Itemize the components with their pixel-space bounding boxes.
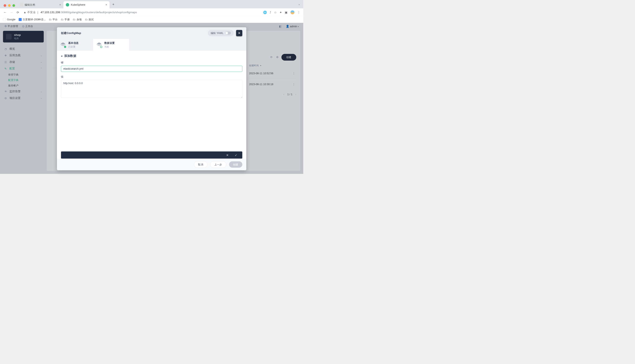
window-minimize-dot[interactable] [8, 4, 11, 7]
key-input[interactable] [61, 66, 242, 72]
bookmark-label: 平台 [53, 18, 58, 22]
chrome-action-icons: 🌐 ⤴ ☆ ✦ ▣ ⋮ [263, 10, 300, 14]
browser-tab[interactable]: 编辑文档 × [17, 1, 63, 8]
bookmark-label: 面试 [89, 18, 94, 22]
back-arrow-icon: ◂ [61, 54, 62, 58]
create-submit-button[interactable]: 创建 [229, 161, 242, 168]
insecure-label: 不安全 [27, 10, 36, 14]
browser-back-button[interactable]: ← [3, 10, 7, 14]
modal-stepper: 基本信息 已设置 数据设置 当前 [57, 39, 246, 50]
stack-icon [96, 42, 102, 48]
folder-icon: 🗀 [61, 18, 63, 21]
previous-step-button[interactable]: 上一步 [210, 161, 226, 168]
bookmark-item[interactable]: 百度翻译-200种语... [19, 18, 46, 22]
tab-favicon-icon [20, 3, 23, 6]
profile-avatar-icon[interactable] [290, 10, 294, 14]
bookmark-folder[interactable]: 🗀手册 [61, 18, 70, 22]
folder-icon: 🗀 [73, 18, 75, 21]
bookmarks-bar: Google 百度翻译-200种语... 🗀平台 🗀手册 🗀杂项 🗀面试 [0, 16, 303, 23]
translate-icon[interactable]: 🌐 [263, 10, 267, 14]
tab-title: 编辑文档 [25, 3, 35, 7]
share-icon[interactable]: ⤴ [270, 10, 271, 14]
data-item-action-bar: ✕ ✓ [61, 152, 242, 158]
step-subtitle: 当前 [104, 45, 115, 48]
bookmark-favicon-icon [3, 18, 6, 21]
modal-body: ◂ 添加数据 键 值 ✕ ✓ [57, 51, 246, 159]
warning-icon: ▲ [24, 11, 26, 14]
bookmark-item[interactable]: Google [3, 18, 15, 21]
browser-menu-icon[interactable]: ⋮ [297, 10, 300, 14]
bookmark-label: Google [7, 18, 15, 21]
window-maximize-dot[interactable] [12, 4, 15, 7]
discard-item-button[interactable]: ✕ [226, 153, 229, 157]
page-body: ⚙ 平台管理 ◎ 工作台 ◧ 👤 admin▾ shop 电商 ◔ 概览 ❖ [0, 23, 303, 174]
tab-close-icon[interactable]: × [59, 3, 61, 6]
edit-yaml-toggle[interactable]: 编辑 YAML [208, 30, 234, 36]
toggle-label: 编辑 YAML [210, 31, 224, 35]
cancel-button[interactable]: 取消 [194, 161, 207, 168]
bookmark-label: 手册 [65, 18, 70, 22]
browser-forward-button[interactable]: → [10, 10, 14, 14]
value-textarea[interactable] [61, 80, 242, 98]
bookmark-favicon-icon [19, 18, 22, 21]
bookmark-folder[interactable]: 🗀面试 [85, 18, 94, 22]
create-configmap-modal: 创建ConfigMap 编辑 YAML ✕ 基本信息 [57, 27, 246, 170]
switch-icon [225, 32, 231, 34]
back-to-data-row[interactable]: ◂ 添加数据 [61, 54, 242, 58]
modal-header: 创建ConfigMap 编辑 YAML ✕ [57, 27, 246, 39]
browser-reload-button[interactable]: ⟳ [16, 10, 20, 14]
stack-icon [60, 42, 66, 48]
tab-overflow-button[interactable]: ⌄ [298, 3, 300, 6]
bookmark-label: 百度翻译-200种语... [23, 18, 46, 22]
bookmark-star-icon[interactable]: ☆ [274, 10, 277, 14]
step-subtitle: 已设置 [68, 45, 79, 48]
mac-traffic-lights [4, 4, 15, 7]
step-done-badge-icon [64, 46, 66, 48]
modal-title: 创建ConfigMap [61, 31, 81, 35]
step-title: 数据设置 [104, 41, 115, 45]
extensions-icon[interactable]: ✦ [280, 10, 282, 14]
step-title: 基本信息 [68, 41, 79, 45]
confirm-item-button[interactable]: ✓ [235, 153, 237, 157]
browser-tab[interactable]: KubeSphere × [63, 1, 110, 8]
browser-tab-bar: 编辑文档 × KubeSphere × + ⌄ [0, 0, 303, 8]
key-field-label: 键 [61, 61, 242, 64]
step-tab-data-settings[interactable]: 数据设置 当前 [93, 39, 129, 50]
bookmark-label: 杂项 [77, 18, 82, 22]
url-host: 47.103.131.208 [41, 11, 60, 14]
back-label: 添加数据 [64, 54, 76, 58]
window-close-dot[interactable] [4, 4, 6, 7]
folder-icon: 🗀 [85, 18, 88, 21]
modal-close-button[interactable]: ✕ [236, 30, 242, 36]
url-path: :30880/golangblogs/clusters/default/proj… [60, 11, 137, 14]
step-tab-basic-info[interactable]: 基本信息 已设置 [57, 39, 93, 50]
tab-favicon-icon [66, 3, 69, 6]
sidepanel-icon[interactable]: ▣ [285, 10, 288, 14]
close-icon: ✕ [238, 31, 241, 35]
browser-url-bar[interactable]: ▲ 不安全 | 47.103.131.208 :30880/golangblog… [22, 10, 259, 15]
tab-close-icon[interactable]: × [105, 3, 107, 6]
browser-url-row: ← → ⟳ ▲ 不安全 | 47.103.131.208 :30880/gola… [0, 8, 303, 16]
bookmark-folder[interactable]: 🗀平台 [49, 18, 58, 22]
new-tab-button[interactable]: + [110, 2, 116, 6]
modal-footer: 取消 上一步 创建 [57, 159, 246, 170]
tab-title: KubeSphere [71, 3, 85, 6]
insecure-badge: ▲ 不安全 | [24, 10, 39, 14]
folder-icon: 🗀 [49, 18, 52, 21]
modal-scrim: 创建ConfigMap 编辑 YAML ✕ 基本信息 [0, 23, 303, 174]
value-field-label: 值 [61, 75, 242, 78]
bookmark-folder[interactable]: 🗀杂项 [73, 18, 82, 22]
step-current-badge-icon [100, 46, 102, 48]
